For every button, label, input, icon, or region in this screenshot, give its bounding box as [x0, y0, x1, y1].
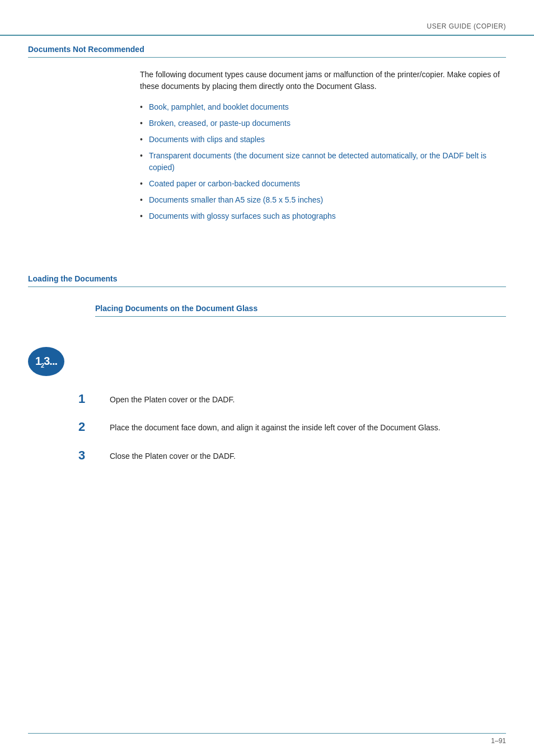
step-3: 3 Close the Platen cover or the DADF.	[78, 448, 506, 463]
list-item: Transparent documents (the document size…	[140, 150, 506, 173]
icon-123-text: 123...	[35, 355, 57, 369]
section-loading-title: Loading the Documents	[28, 274, 506, 283]
bottom-rule	[28, 733, 506, 734]
step-2-text: Place the document face down, and align …	[110, 420, 441, 434]
bullet-list: Book, pamphlet, and booklet documents Br…	[140, 101, 506, 222]
list-item: Documents with glossy surfaces such as p…	[140, 210, 506, 222]
section-loading: Loading the Documents Placing Documents …	[28, 274, 506, 334]
step-1: 1 Open the Platen cover or the DADF.	[78, 392, 506, 406]
list-item: Documents with clips and staples	[140, 134, 506, 145]
subsection-placing-rule	[95, 316, 506, 317]
section-not-recommended-body: The following document types cause docum…	[140, 69, 506, 222]
step-2-number: 2	[78, 420, 101, 434]
section-not-recommended-title: Documents Not Recommended	[28, 45, 506, 54]
list-item: Coated paper or carbon-backed documents	[140, 178, 506, 190]
icon-123-container: 123...	[28, 347, 64, 376]
icon-123: 123...	[28, 347, 64, 376]
section-not-recommended-rule	[28, 57, 506, 58]
list-item: Broken, creased, or paste-up documents	[140, 118, 506, 129]
subsection-placing-title: Placing Documents on the Document Glass	[95, 304, 506, 313]
section-not-recommended: Documents Not Recommended The following …	[28, 45, 506, 227]
steps-container: 1 Open the Platen cover or the DADF. 2 P…	[78, 392, 506, 476]
subsection-placing: Placing Documents on the Document Glass	[95, 304, 506, 317]
page-container: UѕER GUIDE (COPIER) Documents Not Recomm…	[0, 0, 534, 756]
step-3-text: Close the Platen cover or the DADF.	[110, 448, 236, 462]
step-2: 2 Place the document face down, and alig…	[78, 420, 506, 434]
top-rule	[0, 35, 534, 36]
section-loading-rule	[28, 287, 506, 287]
page-number: 1–91	[491, 737, 506, 745]
step-1-number: 1	[78, 392, 101, 406]
header-label: UѕER GUIDE (COPIER)	[427, 22, 506, 30]
intro-paragraph: The following document types cause docum…	[140, 69, 506, 92]
header-text: UѕER GUIDE (COPIER)	[427, 22, 506, 30]
list-item: Book, pamphlet, and booklet documents	[140, 101, 506, 113]
step-3-number: 3	[78, 448, 101, 463]
step-1-text: Open the Platen cover or the DADF.	[110, 392, 235, 406]
list-item: Documents smaller than A5 size (8.5 x 5.…	[140, 194, 506, 206]
